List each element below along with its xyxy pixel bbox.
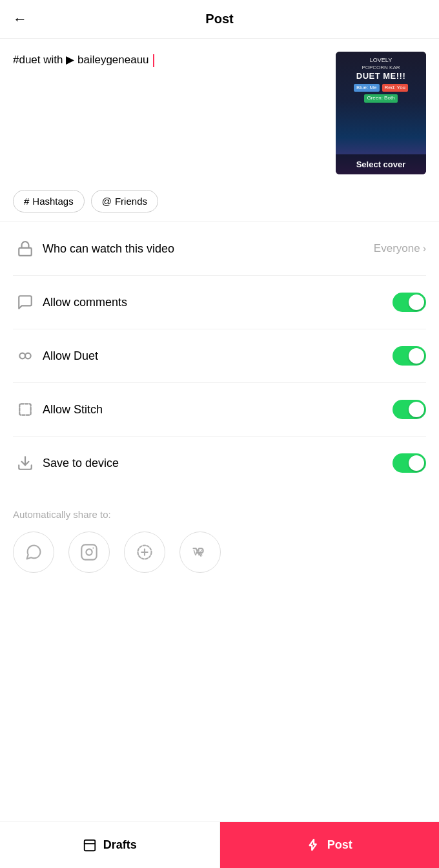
thumb-tags: Blue: Me Red: You Green: Both [341,83,421,103]
hashtag-duet: #duet with [13,54,63,66]
drafts-label: Drafts [103,838,137,852]
svg-text:VK: VK [194,549,203,557]
comment-icon [13,290,37,315]
allow-stitch-label: Allow Stitch [43,403,393,417]
tiktok-share-icon [136,543,154,561]
settings-list: Who can watch this video Everyone › Allo… [0,222,439,490]
setting-who-can-watch[interactable]: Who can watch this video Everyone › [13,222,426,276]
back-button[interactable]: ← [13,11,27,28]
allow-stitch-toggle[interactable] [393,400,426,419]
hashtags-button[interactable]: # Hashtags [13,190,85,212]
at-icon: @ [102,196,112,207]
thumb-tag-green: Green: Both [364,94,397,102]
share-section: Automatically share to: [0,490,439,586]
stitch-icon [13,397,37,422]
svg-rect-5 [81,544,96,559]
allow-duet-label: Allow Duet [43,349,393,363]
download-icon [13,451,37,475]
duet-icon [13,344,37,368]
instagram-icon [80,543,98,561]
text-cursor [153,54,154,67]
svg-point-2 [25,353,31,359]
drafts-button[interactable]: Drafts [0,822,220,868]
who-can-watch-value: Everyone [374,242,420,255]
play-icon: ▶ [66,54,77,66]
svg-rect-11 [84,840,95,851]
svg-rect-0 [19,248,32,256]
tiktok-share-button[interactable] [124,532,165,573]
hashtag-icon: # [24,196,29,207]
svg-rect-3 [19,404,30,415]
vk-icon: VK [191,543,209,561]
whatsapp-button[interactable] [13,532,54,573]
post-label: Post [327,838,352,852]
whatsapp-icon [25,543,43,561]
instagram-button[interactable] [68,532,110,573]
friends-button[interactable]: @ Friends [91,190,158,212]
setting-allow-duet[interactable]: Allow Duet [13,329,426,383]
video-thumbnail[interactable]: LOVELY POPCORN KAR DUET ME!!! Blue: Me R… [336,52,426,174]
username: baileygeneauu [77,54,149,66]
post-icon [307,838,321,852]
svg-point-1 [19,353,25,359]
caption-text-area[interactable]: #duet with ▶ baileygeneauu [13,52,325,68]
thumb-duet-me: DUET ME!!! [341,71,421,82]
page-title: Post [205,12,233,26]
setting-allow-comments[interactable]: Allow comments [13,276,426,329]
lock-icon [13,236,37,261]
chevron-right-icon: › [423,243,426,254]
who-can-watch-label: Who can watch this video [43,242,374,256]
save-to-device-toggle[interactable] [393,453,426,473]
friends-label: Friends [115,196,147,207]
share-icons-row: VK [13,532,426,573]
tag-buttons-row: # Hashtags @ Friends [0,181,439,222]
hashtags-label: Hashtags [32,196,73,207]
allow-comments-label: Allow comments [43,296,393,309]
caption-text[interactable]: #duet with ▶ baileygeneauu [13,52,325,68]
bottom-bar: Drafts Post [0,822,439,868]
thumb-tag-red: Red: You [382,84,408,92]
allow-comments-toggle[interactable] [393,293,426,312]
vk-button[interactable]: VK [179,532,221,573]
header: ← Post [0,0,439,39]
allow-duet-toggle[interactable] [393,346,426,366]
save-to-device-label: Save to device [43,457,393,470]
caption-area: #duet with ▶ baileygeneauu LOVELY POPCOR… [0,39,439,181]
setting-allow-stitch[interactable]: Allow Stitch [13,383,426,437]
setting-save-to-device[interactable]: Save to device [13,437,426,490]
drafts-icon [83,838,97,852]
thumb-tag-blue: Blue: Me [354,84,380,92]
thumb-popcorn: POPCORN KAR [341,65,421,71]
thumb-lovely: LOVELY [341,57,421,65]
thumb-overlay: LOVELY POPCORN KAR DUET ME!!! Blue: Me R… [336,52,426,108]
share-label: Automatically share to: [13,509,426,520]
select-cover-label[interactable]: Select cover [336,154,426,174]
post-button[interactable]: Post [220,822,440,868]
